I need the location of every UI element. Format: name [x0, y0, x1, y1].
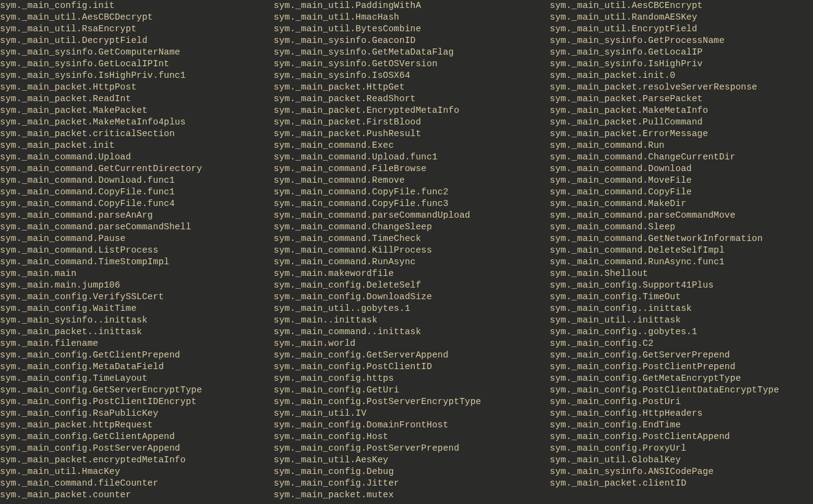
symbol-entry[interactable]: sym._main_util.IV	[274, 408, 550, 419]
symbol-entry[interactable]: sym._main_command.Download.func1	[0, 175, 274, 186]
symbol-entry[interactable]: sym._main_sysinfo.IsOSX64	[274, 70, 550, 82]
symbol-entry[interactable]: sym._main_util.BytesCombine	[274, 23, 550, 35]
symbol-entry[interactable]: sym._main_config.DownloadSize	[274, 291, 550, 303]
symbol-entry[interactable]: sym._main_config.GetServerEncryptType	[0, 384, 274, 396]
symbol-entry[interactable]: sym._main_packet.ErrorMessage	[550, 128, 813, 140]
symbol-entry[interactable]: sym._main_command.CopyFile.func4	[0, 198, 274, 210]
symbol-entry[interactable]: sym._main_util.HmacKey	[0, 466, 274, 478]
symbol-entry[interactable]: sym._main_packet.counter	[0, 489, 274, 501]
symbol-entry[interactable]: sym._main_packet.ParsePacket	[550, 93, 813, 105]
symbol-entry[interactable]: sym._main_packet.EncryptedMetaInfo	[274, 105, 550, 116]
symbol-entry[interactable]: sym._main_command.TimeStompImpl	[0, 256, 274, 268]
symbol-entry[interactable]: sym._main_packet.httpRequest	[0, 419, 274, 431]
symbol-entry[interactable]: sym._main_sysinfo.IsHighPriv.func1	[0, 70, 274, 82]
symbol-entry[interactable]: sym._main_command.Sleep	[550, 221, 813, 233]
symbol-entry[interactable]: sym._main_packet.MakeMetaInfo	[550, 105, 813, 116]
symbol-entry[interactable]: sym._main_command.Remove	[274, 175, 550, 186]
symbol-entry[interactable]: sym._main_packet.resolveServerResponse	[550, 82, 813, 93]
symbol-entry[interactable]: sym._main_config.TimeLayout	[0, 373, 274, 384]
symbol-entry[interactable]: sym._main_config.https	[274, 373, 550, 384]
symbol-entry[interactable]: sym._main_command.parseCommandUpload	[274, 210, 550, 221]
symbol-entry[interactable]: sym._main_command.Run	[550, 140, 813, 151]
symbol-entry[interactable]: sym._main_packet..inittask	[0, 326, 274, 338]
symbol-entry[interactable]: sym._main_sysinfo.IsHighPriv	[550, 58, 813, 70]
symbol-entry[interactable]: sym._main_config.Host	[274, 431, 550, 443]
symbol-entry[interactable]: sym._main_command.Pause	[0, 233, 274, 245]
symbol-entry[interactable]: sym._main_packet.MakePacket	[0, 105, 274, 116]
symbol-entry[interactable]: sym._main_packet.HttpGet	[274, 82, 550, 93]
symbol-entry[interactable]: sym._main_config.PostUri	[550, 396, 813, 408]
symbol-entry[interactable]: sym._main_config.ProxyUrl	[550, 443, 813, 454]
symbol-entry[interactable]: sym._main_command.MoveFile	[550, 175, 813, 186]
symbol-entry[interactable]: sym._main_util.PaddingWithA	[274, 0, 550, 12]
symbol-entry[interactable]: sym._main_command.parseCommandMove	[550, 210, 813, 221]
symbol-entry[interactable]: sym._main_command.Upload.func1	[274, 151, 550, 163]
symbol-entry[interactable]: sym._main_packet.PushResult	[274, 128, 550, 140]
symbol-entry[interactable]: sym._main_config.PostServerAppend	[0, 443, 274, 454]
symbol-entry[interactable]: sym._main_packet.FirstBlood	[274, 116, 550, 128]
symbol-entry[interactable]: sym._main.makewordfile	[274, 268, 550, 280]
symbol-entry[interactable]: sym._main_command.FileBrowse	[274, 163, 550, 175]
symbol-entry[interactable]: sym._main_command.MakeDir	[550, 198, 813, 210]
symbol-entry[interactable]: sym._main_config.PostClientDataEncryptTy…	[550, 384, 813, 396]
symbol-entry[interactable]: sym._main_command.TimeCheck	[274, 233, 550, 245]
symbol-entry[interactable]: sym._main_packet.ReadInt	[0, 93, 274, 105]
symbol-entry[interactable]: sym._main_config..gobytes.1	[550, 326, 813, 338]
symbol-entry[interactable]: sym._main_packet.ReadShort	[274, 93, 550, 105]
symbol-entry[interactable]: sym._main_config.MetaDataField	[0, 361, 274, 373]
symbol-entry[interactable]: sym._main_sysinfo.ANSICodePage	[550, 466, 813, 478]
symbol-entry[interactable]: sym._main_command.RunAsync	[274, 256, 550, 268]
symbol-entry[interactable]: sym._main_packet.PullCommand	[550, 116, 813, 128]
symbol-entry[interactable]: sym._main_util.RsaEncrypt	[0, 23, 274, 35]
symbol-entry[interactable]: sym._main_command..inittask	[274, 326, 550, 338]
symbol-entry[interactable]: sym._main_packet.criticalSection	[0, 128, 274, 140]
symbol-entry[interactable]: sym._main_util..inittask	[550, 315, 813, 326]
symbol-entry[interactable]: sym._main_config.init	[0, 0, 274, 12]
symbol-entry[interactable]: sym._main.main	[0, 268, 274, 280]
symbol-entry[interactable]: sym._main_sysinfo.GeaconID	[274, 35, 550, 47]
symbol-entry[interactable]: sym._main_sysinfo.GetOSVersion	[274, 58, 550, 70]
symbol-entry[interactable]: sym._main_command.RunAsync.func1	[550, 256, 813, 268]
symbol-entry[interactable]: sym._main_config.GetServerAppend	[274, 349, 550, 361]
symbol-entry[interactable]: sym._main_packet.init.0	[550, 70, 813, 82]
symbol-entry[interactable]: sym._main_packet.HttpPost	[0, 82, 274, 93]
symbol-entry[interactable]: sym._main.filename	[0, 338, 274, 349]
symbol-entry[interactable]: sym._main_sysinfo.GetProcessName	[550, 35, 813, 47]
symbol-entry[interactable]: sym._main_packet.MakeMetaInfo4plus	[0, 116, 274, 128]
symbol-entry[interactable]: sym._main_packet.clientID	[550, 478, 813, 489]
symbol-entry[interactable]: sym._main_config.PostClientPrepend	[550, 361, 813, 373]
symbol-entry[interactable]: sym._main_config.DeleteSelf	[274, 280, 550, 291]
symbol-entry[interactable]: sym._main_config.EndTime	[550, 419, 813, 431]
symbol-entry[interactable]: sym._main_config.HttpHeaders	[550, 408, 813, 419]
symbol-entry[interactable]: sym._main_util.HmacHash	[274, 12, 550, 23]
symbol-entry[interactable]: sym._main_util.AesCBCEncrypt	[550, 0, 813, 12]
symbol-entry[interactable]: sym._main_config.PostClientAppend	[550, 431, 813, 443]
symbol-entry[interactable]: sym._main.Shellout	[550, 268, 813, 280]
symbol-entry[interactable]: sym._main.main.jump106	[0, 280, 274, 291]
symbol-entry[interactable]: sym._main_command.GetNetworkInformation	[550, 233, 813, 245]
symbol-entry[interactable]: sym._main_config.Jitter	[274, 478, 550, 489]
symbol-entry[interactable]: sym._main_config.GetUri	[274, 384, 550, 396]
symbol-entry[interactable]: sym._main_util.EncryptField	[550, 23, 813, 35]
symbol-entry[interactable]: sym._main_command.ChangeSleep	[274, 221, 550, 233]
symbol-entry[interactable]: sym._main_config.C2	[550, 338, 813, 349]
symbol-entry[interactable]: sym._main.world	[274, 338, 550, 349]
symbol-entry[interactable]: sym._main_config.PostClientIDEncrypt	[0, 396, 274, 408]
symbol-entry[interactable]: sym._main_util.GlobalKey	[550, 454, 813, 466]
symbol-entry[interactable]: sym._main_command.fileCounter	[0, 478, 274, 489]
symbol-entry[interactable]: sym._main..inittask	[274, 315, 550, 326]
symbol-entry[interactable]: sym._main_config.GetClientAppend	[0, 431, 274, 443]
symbol-entry[interactable]: sym._main_sysinfo.GetLocalIPInt	[0, 58, 274, 70]
symbol-entry[interactable]: sym._main_config.WaitTime	[0, 303, 274, 315]
symbol-entry[interactable]: sym._main_sysinfo.GetComputerName	[0, 47, 274, 58]
symbol-entry[interactable]: sym._main_config.PostServerPrepend	[274, 443, 550, 454]
symbol-entry[interactable]: sym._main_util.DecryptField	[0, 35, 274, 47]
symbol-entry[interactable]: sym._main_command.Download	[550, 163, 813, 175]
symbol-entry[interactable]: sym._main_config.Support41Plus	[550, 280, 813, 291]
symbol-entry[interactable]: sym._main_packet.init	[0, 140, 274, 151]
symbol-entry[interactable]: sym._main_command.DeleteSelfImpl	[550, 245, 813, 256]
symbol-entry[interactable]: sym._main_config.Debug	[274, 466, 550, 478]
symbol-entry[interactable]: sym._main_command.Upload	[0, 151, 274, 163]
symbol-entry[interactable]: sym._main_config.GetMetaEncryptType	[550, 373, 813, 384]
symbol-entry[interactable]: sym._main_config..inittask	[550, 303, 813, 315]
